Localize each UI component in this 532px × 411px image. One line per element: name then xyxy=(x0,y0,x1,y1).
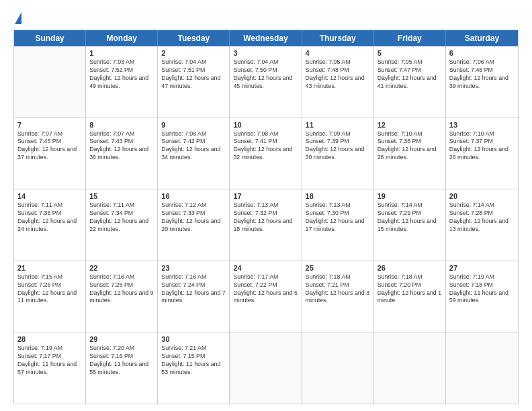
day-number: 7 xyxy=(17,121,82,129)
cell-info: Sunrise: 7:21 AM Sunset: 7:15 PM Dayligh… xyxy=(161,345,226,377)
cell-info: Sunrise: 7:20 AM Sunset: 7:16 PM Dayligh… xyxy=(89,345,154,377)
day-number: 30 xyxy=(161,335,226,343)
cell-info: Sunrise: 7:10 AM Sunset: 7:37 PM Dayligh… xyxy=(449,130,515,163)
calendar-cell: 27Sunrise: 7:19 AM Sunset: 7:18 PM Dayli… xyxy=(446,261,518,332)
day-number: 25 xyxy=(306,264,370,272)
day-of-week-header: Sunday xyxy=(14,30,86,46)
calendar-cell xyxy=(374,332,446,404)
calendar: SundayMondayTuesdayWednesdayThursdayFrid… xyxy=(13,30,519,404)
calendar-cell xyxy=(230,332,302,404)
calendar-cell xyxy=(14,46,86,118)
day-number: 11 xyxy=(306,121,370,129)
calendar-cell: 19Sunrise: 7:14 AM Sunset: 7:29 PM Dayli… xyxy=(374,189,446,261)
day-of-week-header: Monday xyxy=(86,30,158,46)
cell-info: Sunrise: 7:04 AM Sunset: 7:50 PM Dayligh… xyxy=(233,58,298,91)
calendar-cell: 13Sunrise: 7:10 AM Sunset: 7:37 PM Dayli… xyxy=(446,118,518,189)
day-number: 24 xyxy=(233,264,298,272)
day-of-week-header: Tuesday xyxy=(158,30,230,46)
cell-info: Sunrise: 7:13 AM Sunset: 7:32 PM Dayligh… xyxy=(233,201,298,234)
calendar-header: SundayMondayTuesdayWednesdayThursdayFrid… xyxy=(14,30,518,46)
calendar-week-row: 21Sunrise: 7:15 AM Sunset: 7:26 PM Dayli… xyxy=(14,261,518,333)
header xyxy=(13,12,519,23)
calendar-cell: 14Sunrise: 7:11 AM Sunset: 7:36 PM Dayli… xyxy=(14,189,86,261)
calendar-cell: 10Sunrise: 7:08 AM Sunset: 7:41 PM Dayli… xyxy=(230,118,302,189)
cell-info: Sunrise: 7:08 AM Sunset: 7:41 PM Dayligh… xyxy=(233,130,298,163)
calendar-cell: 21Sunrise: 7:15 AM Sunset: 7:26 PM Dayli… xyxy=(14,261,86,332)
calendar-week-row: 7Sunrise: 7:07 AM Sunset: 7:45 PM Daylig… xyxy=(14,118,518,190)
calendar-cell xyxy=(446,332,518,404)
day-number: 19 xyxy=(378,192,442,200)
calendar-cell: 23Sunrise: 7:16 AM Sunset: 7:24 PM Dayli… xyxy=(158,261,230,332)
day-number: 4 xyxy=(306,49,370,57)
calendar-cell: 28Sunrise: 7:19 AM Sunset: 7:17 PM Dayli… xyxy=(14,332,86,404)
calendar-week-row: 28Sunrise: 7:19 AM Sunset: 7:17 PM Dayli… xyxy=(14,332,518,404)
logo-triangle-icon xyxy=(15,12,21,24)
cell-info: Sunrise: 7:18 AM Sunset: 7:21 PM Dayligh… xyxy=(306,273,370,306)
cell-info: Sunrise: 7:14 AM Sunset: 7:28 PM Dayligh… xyxy=(449,201,515,234)
calendar-cell: 29Sunrise: 7:20 AM Sunset: 7:16 PM Dayli… xyxy=(86,332,158,404)
cell-info: Sunrise: 7:05 AM Sunset: 7:47 PM Dayligh… xyxy=(378,58,442,91)
day-number: 12 xyxy=(378,121,442,129)
calendar-cell: 20Sunrise: 7:14 AM Sunset: 7:28 PM Dayli… xyxy=(446,189,518,261)
calendar-cell: 30Sunrise: 7:21 AM Sunset: 7:15 PM Dayli… xyxy=(158,332,230,404)
cell-info: Sunrise: 7:16 AM Sunset: 7:24 PM Dayligh… xyxy=(161,273,226,306)
day-number: 10 xyxy=(233,121,298,129)
cell-info: Sunrise: 7:19 AM Sunset: 7:17 PM Dayligh… xyxy=(17,345,82,377)
calendar-cell: 25Sunrise: 7:18 AM Sunset: 7:21 PM Dayli… xyxy=(302,261,374,332)
cell-info: Sunrise: 7:14 AM Sunset: 7:29 PM Dayligh… xyxy=(378,201,442,234)
calendar-cell: 16Sunrise: 7:12 AM Sunset: 7:33 PM Dayli… xyxy=(158,189,230,261)
day-number: 20 xyxy=(449,192,515,200)
calendar-week-row: 14Sunrise: 7:11 AM Sunset: 7:36 PM Dayli… xyxy=(14,189,518,261)
day-number: 16 xyxy=(161,192,226,200)
cell-info: Sunrise: 7:11 AM Sunset: 7:36 PM Dayligh… xyxy=(17,201,82,234)
day-number: 5 xyxy=(378,49,442,57)
day-number: 22 xyxy=(89,264,154,272)
calendar-week-row: 1Sunrise: 7:03 AM Sunset: 7:52 PM Daylig… xyxy=(14,46,518,118)
day-of-week-header: Wednesday xyxy=(230,30,302,46)
day-number: 27 xyxy=(449,264,515,272)
calendar-cell: 17Sunrise: 7:13 AM Sunset: 7:32 PM Dayli… xyxy=(230,189,302,261)
day-number: 3 xyxy=(233,49,298,57)
day-number: 26 xyxy=(378,264,442,272)
cell-info: Sunrise: 7:07 AM Sunset: 7:45 PM Dayligh… xyxy=(17,130,82,163)
cell-info: Sunrise: 7:18 AM Sunset: 7:20 PM Dayligh… xyxy=(378,273,442,306)
cell-info: Sunrise: 7:19 AM Sunset: 7:18 PM Dayligh… xyxy=(449,273,515,306)
day-of-week-header: Friday xyxy=(374,30,446,46)
calendar-body: 1Sunrise: 7:03 AM Sunset: 7:52 PM Daylig… xyxy=(14,46,518,404)
day-number: 28 xyxy=(17,335,82,343)
cell-info: Sunrise: 7:16 AM Sunset: 7:25 PM Dayligh… xyxy=(89,273,154,306)
cell-info: Sunrise: 7:09 AM Sunset: 7:39 PM Dayligh… xyxy=(306,130,370,163)
cell-info: Sunrise: 7:11 AM Sunset: 7:34 PM Dayligh… xyxy=(89,201,154,234)
calendar-cell: 22Sunrise: 7:16 AM Sunset: 7:25 PM Dayli… xyxy=(86,261,158,332)
day-number: 1 xyxy=(89,49,154,57)
day-of-week-header: Thursday xyxy=(302,30,374,46)
calendar-cell: 15Sunrise: 7:11 AM Sunset: 7:34 PM Dayli… xyxy=(86,189,158,261)
day-number: 17 xyxy=(233,192,298,200)
day-number: 8 xyxy=(89,121,154,129)
cell-info: Sunrise: 7:05 AM Sunset: 7:48 PM Dayligh… xyxy=(306,58,370,91)
calendar-cell: 2Sunrise: 7:04 AM Sunset: 7:51 PM Daylig… xyxy=(158,46,230,118)
calendar-cell: 4Sunrise: 7:05 AM Sunset: 7:48 PM Daylig… xyxy=(302,46,374,118)
calendar-cell: 1Sunrise: 7:03 AM Sunset: 7:52 PM Daylig… xyxy=(86,46,158,118)
day-number: 6 xyxy=(449,49,515,57)
calendar-cell xyxy=(302,332,374,404)
cell-info: Sunrise: 7:15 AM Sunset: 7:26 PM Dayligh… xyxy=(17,273,82,306)
day-number: 9 xyxy=(161,121,226,129)
day-number: 29 xyxy=(89,335,154,343)
calendar-cell: 26Sunrise: 7:18 AM Sunset: 7:20 PM Dayli… xyxy=(374,261,446,332)
calendar-cell: 18Sunrise: 7:13 AM Sunset: 7:30 PM Dayli… xyxy=(302,189,374,261)
cell-info: Sunrise: 7:04 AM Sunset: 7:51 PM Dayligh… xyxy=(161,58,226,91)
calendar-cell: 24Sunrise: 7:17 AM Sunset: 7:22 PM Dayli… xyxy=(230,261,302,332)
logo-text xyxy=(13,12,21,23)
calendar-cell: 8Sunrise: 7:07 AM Sunset: 7:43 PM Daylig… xyxy=(86,118,158,189)
cell-info: Sunrise: 7:08 AM Sunset: 7:42 PM Dayligh… xyxy=(161,130,226,163)
day-number: 15 xyxy=(89,192,154,200)
day-number: 14 xyxy=(17,192,82,200)
calendar-cell: 11Sunrise: 7:09 AM Sunset: 7:39 PM Dayli… xyxy=(302,118,374,189)
calendar-cell: 6Sunrise: 7:06 AM Sunset: 7:46 PM Daylig… xyxy=(446,46,518,118)
calendar-cell: 5Sunrise: 7:05 AM Sunset: 7:47 PM Daylig… xyxy=(374,46,446,118)
day-number: 18 xyxy=(306,192,370,200)
day-number: 21 xyxy=(17,264,82,272)
page: SundayMondayTuesdayWednesdayThursdayFrid… xyxy=(0,0,532,411)
cell-info: Sunrise: 7:17 AM Sunset: 7:22 PM Dayligh… xyxy=(233,273,298,306)
